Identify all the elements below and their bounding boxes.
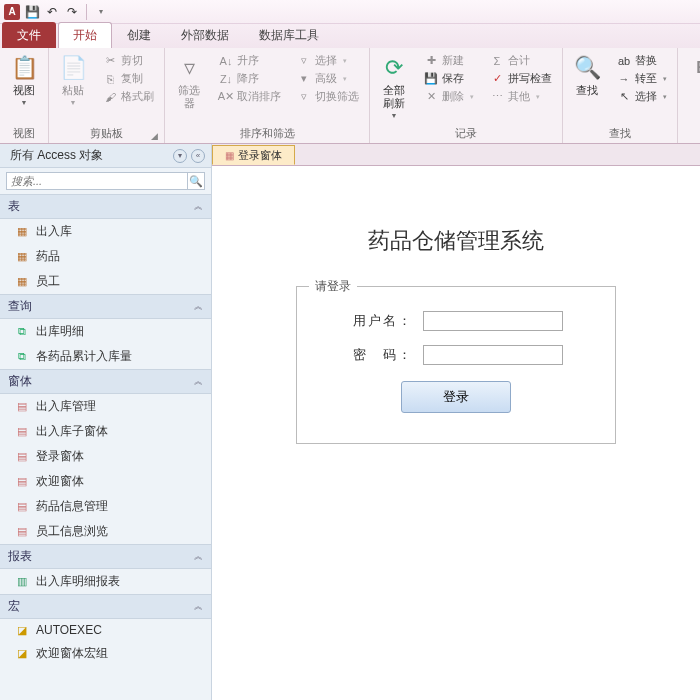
totals-button[interactable]: Σ合计: [486, 52, 556, 69]
chevron-up-icon: ︽: [194, 375, 203, 388]
chevron-up-icon: ︽: [194, 300, 203, 313]
nav-item[interactable]: ▤药品信息管理: [0, 494, 211, 519]
advanced-icon: ▾: [297, 72, 311, 86]
binoculars-icon: 🔍: [573, 54, 601, 82]
new-record-button[interactable]: ✚新建: [420, 52, 478, 69]
nav-search: 🔍: [0, 168, 211, 194]
brush-icon: 🖌: [103, 90, 117, 104]
nav-item[interactable]: ◪AUTOEXEC: [0, 619, 211, 641]
nav-item[interactable]: ▦员工: [0, 269, 211, 294]
nav-item[interactable]: ▥出入库明细报表: [0, 569, 211, 594]
nav-group-header[interactable]: 报表︽: [0, 544, 211, 569]
tab-external-data[interactable]: 外部数据: [166, 22, 244, 48]
nav-item[interactable]: ▤员工信息浏览: [0, 519, 211, 544]
find-button[interactable]: 🔍 查找: [569, 52, 605, 99]
nav-item-label: 出入库: [36, 223, 72, 240]
format-painter-button[interactable]: 🖌格式刷: [99, 88, 158, 105]
nav-item[interactable]: ▤出入库管理: [0, 394, 211, 419]
qat-undo-icon[interactable]: ↶: [44, 4, 60, 20]
ribbon-group-records: ⟳ 全部刷新 ▼ ✚新建 💾保存 ✕删除▾ Σ合计 ✓拼写检查 ⋯其他▾ 记录: [370, 48, 563, 143]
ribbon-group-find: 🔍 查找 ab替换 →转至▾ ↖选择▾ 查找: [563, 48, 678, 143]
delete-record-button[interactable]: ✕删除▾: [420, 88, 478, 105]
password-label: 密 码：: [349, 346, 413, 364]
nav-item[interactable]: ▤登录窗体: [0, 444, 211, 469]
nav-item-label: 员工信息浏览: [36, 523, 108, 540]
table-icon: ▦: [14, 275, 30, 289]
copy-button[interactable]: ⎘复制: [99, 70, 158, 87]
nav-item[interactable]: ◪欢迎窗体宏组: [0, 641, 211, 666]
select-button[interactable]: ↖选择▾: [613, 88, 671, 105]
tab-file[interactable]: 文件: [2, 22, 56, 48]
group-label-records: 记录: [376, 124, 556, 143]
tab-create[interactable]: 创建: [112, 22, 166, 48]
nav-collapse-icon[interactable]: «: [191, 149, 205, 163]
document-tab-active[interactable]: ▦ 登录窗体: [212, 145, 295, 165]
paste-icon: 📄: [59, 54, 87, 82]
macro-icon: ◪: [14, 623, 30, 637]
qat-customize-icon[interactable]: ▾: [93, 4, 109, 20]
funnel-icon: ▿: [175, 54, 203, 82]
form-icon: ▤: [14, 400, 30, 414]
more-button[interactable]: ⋯其他▾: [486, 88, 556, 105]
nav-item[interactable]: ▤出入库子窗体: [0, 419, 211, 444]
username-input[interactable]: [423, 311, 563, 331]
more-icon: ⋯: [490, 90, 504, 104]
sort-asc-button[interactable]: A↓升序: [215, 52, 285, 69]
qat-redo-icon[interactable]: ↷: [64, 4, 80, 20]
nav-group-header[interactable]: 表︽: [0, 194, 211, 219]
nav-item[interactable]: ⧉各药品累计入库量: [0, 344, 211, 369]
nav-item-label: AUTOEXEC: [36, 623, 102, 637]
chevron-down-icon: ▼: [21, 99, 28, 106]
save-icon: 💾: [424, 72, 438, 86]
chevron-down-icon: ▼: [70, 99, 77, 106]
clear-sort-button[interactable]: A✕取消排序: [215, 88, 285, 105]
replace-button[interactable]: ab替换: [613, 52, 671, 69]
group-label-find: 查找: [569, 124, 671, 143]
query-icon: ⧉: [14, 325, 30, 339]
view-label: 视图: [13, 84, 35, 97]
paste-button[interactable]: 📄 粘贴 ▼: [55, 52, 91, 108]
nav-item[interactable]: ⧉出库明细: [0, 319, 211, 344]
nav-item[interactable]: ▤欢迎窗体: [0, 469, 211, 494]
spelling-button[interactable]: ✓拼写检查: [486, 70, 556, 87]
bold-button[interactable]: B: [684, 52, 700, 84]
selection-filter-button[interactable]: ▿选择▾: [293, 52, 363, 69]
dialog-launcher-icon[interactable]: ◢: [151, 131, 158, 141]
filter-button[interactable]: ▿ 筛选器: [171, 52, 207, 112]
chevron-up-icon: ︽: [194, 600, 203, 613]
nav-group-header[interactable]: 窗体︽: [0, 369, 211, 394]
cut-icon: ✂: [103, 54, 117, 68]
document-tabs: ▦ 登录窗体: [212, 144, 700, 166]
nav-item-label: 药品: [36, 248, 60, 265]
tab-database-tools[interactable]: 数据库工具: [244, 22, 334, 48]
tab-home[interactable]: 开始: [58, 22, 112, 48]
nav-header[interactable]: 所有 Access 对象 ▾ «: [0, 144, 211, 168]
search-icon[interactable]: 🔍: [187, 172, 205, 190]
group-label-sortfilter: 排序和筛选: [171, 124, 363, 143]
nav-menu-icon[interactable]: ▾: [173, 149, 187, 163]
search-input[interactable]: [6, 172, 187, 190]
nav-item-label: 出入库子窗体: [36, 423, 108, 440]
nav-item-label: 登录窗体: [36, 448, 84, 465]
save-record-button[interactable]: 💾保存: [420, 70, 478, 87]
chevron-up-icon: ︽: [194, 200, 203, 213]
goto-button[interactable]: →转至▾: [613, 70, 671, 87]
nav-item[interactable]: ▦药品: [0, 244, 211, 269]
nav-item[interactable]: ▦出入库: [0, 219, 211, 244]
refresh-label: 全部刷新: [380, 84, 408, 110]
form-icon: ▦: [225, 150, 234, 161]
nav-group-header[interactable]: 宏︽: [0, 594, 211, 619]
advanced-filter-button[interactable]: ▾高级▾: [293, 70, 363, 87]
form-icon: ▤: [14, 450, 30, 464]
sort-desc-button[interactable]: Z↓降序: [215, 70, 285, 87]
selection-icon: ▿: [297, 54, 311, 68]
qat-save-icon[interactable]: 💾: [24, 4, 40, 20]
toggle-filter-button[interactable]: ▿切换筛选: [293, 88, 363, 105]
password-input[interactable]: [423, 345, 563, 365]
login-button[interactable]: 登录: [401, 381, 511, 413]
refresh-all-button[interactable]: ⟳ 全部刷新 ▼: [376, 52, 412, 121]
copy-icon: ⎘: [103, 72, 117, 86]
cut-button[interactable]: ✂剪切: [99, 52, 158, 69]
nav-group-header[interactable]: 查询︽: [0, 294, 211, 319]
view-button[interactable]: 📋 视图 ▼: [6, 52, 42, 108]
